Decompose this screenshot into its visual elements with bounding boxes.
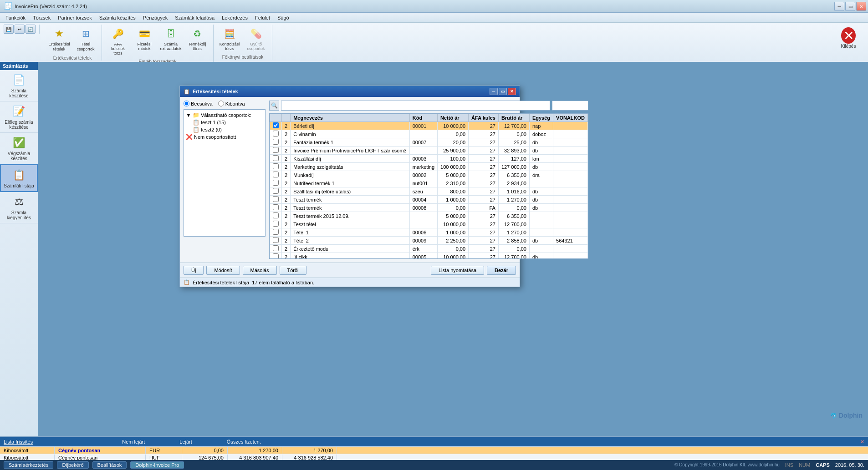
exit-button[interactable]: ✕ Kilépés	[836, 26, 861, 51]
modal-maximize[interactable]: ▭	[499, 88, 507, 95]
menu-torzsek[interactable]: Törzsek	[29, 14, 54, 21]
ribbon-fizetesi-button[interactable]: 💳 Fizetési módok	[132, 25, 157, 57]
modal-close[interactable]: ✕	[508, 88, 516, 95]
cell-brutto: 2 934,00	[498, 179, 529, 187]
app-title: InvoicePro (Verzió szám: 4.2.24)	[15, 4, 87, 9]
code-input[interactable]	[552, 101, 588, 111]
copy-button[interactable]: Másolás	[243, 266, 277, 275]
quick-save[interactable]: 💾	[4, 25, 14, 34]
modal-titlebar: 📋 Értékesítési tételek ─ ▭ ✕	[180, 86, 520, 97]
cell-kod: 00004	[409, 196, 437, 204]
table-row[interactable]: 2 Marketing szolgáltatás marketing 100 0…	[270, 163, 588, 171]
menu-szamla-keszites[interactable]: Számla készítés	[96, 14, 139, 21]
cell-megnevezes: Tétel 2	[291, 237, 410, 245]
search-button[interactable]: 🔍	[269, 101, 279, 111]
cell-afa: 27	[469, 130, 499, 138]
cell-afa: 27	[469, 245, 499, 253]
cell-egyseg: km	[529, 155, 553, 163]
ribbon-ertekesitesi-button[interactable]: ★ Értékesítési tételek	[47, 25, 71, 54]
cell-megnevezes: C-vinamin	[291, 130, 410, 138]
ribbon-afa-button[interactable]: 🔑 ÁFA kulcsok törzs	[106, 25, 130, 57]
lista-frissites[interactable]: Lista frissítés	[4, 439, 33, 445]
ribbon-gyujto-button[interactable]: 💊 Gyűjtő csoportok	[244, 25, 268, 53]
date-display: 2016. 05. 30.	[835, 462, 864, 468]
restore-button[interactable]: ▭	[845, 2, 855, 11]
table-row[interactable]: 2 Kiszállási díj 00003 100,00 27 127,00 …	[270, 155, 588, 163]
radio-kibontva[interactable]: Kibontva	[218, 101, 245, 106]
menu-felulet[interactable]: Felület	[251, 14, 274, 21]
tree-item-nem-csoportositott[interactable]: ❌ Nem csoportosított	[186, 133, 263, 141]
cell-afa: 27	[469, 237, 499, 245]
menu-funkciok[interactable]: Funkciók	[2, 14, 29, 21]
sidebar-vegszamla[interactable]: ✅ Végszámla készítés	[0, 133, 38, 164]
row1-lejart: 1 270,00	[228, 447, 282, 454]
sidebar-szamlak-listaja[interactable]: 📋 Számlák listája	[0, 164, 38, 192]
menu-penzugyek[interactable]: Pénzügyek	[139, 14, 171, 21]
cell-egyseg	[529, 220, 553, 228]
main-area: 📋 Értékesítési tételek ─ ▭ ✕ Becsukva	[38, 62, 868, 446]
print-button[interactable]: Lista nyomtatása	[431, 266, 484, 275]
cell-megnevezes: Teszt termék	[291, 204, 410, 212]
menu-szamlak-feladasa[interactable]: Számlák feladása	[171, 14, 218, 21]
menu-sugo[interactable]: Súgó	[274, 14, 293, 21]
table-row[interactable]: 2 Bérleti díj 00001 10 000,00 27 12 700,…	[270, 122, 588, 130]
table-row[interactable]: 2 Tétel 2 00009 2 250,00 27 2 858,00 db …	[270, 237, 588, 245]
table-row[interactable]: 2 Fantázia termék 1 00007 20,00 27 25,00…	[270, 138, 588, 147]
tree-root[interactable]: ▼ 📁 Választható csoportok:	[186, 111, 263, 119]
ribbon-tetelcsoportok-button[interactable]: ⊞ Tétel csoportok	[73, 25, 98, 54]
cell-afa: 27	[469, 147, 499, 155]
cell-kod: 00009	[409, 237, 437, 245]
szamla-keszites-icon: 📄	[12, 73, 26, 87]
cell-brutto: 25,00	[498, 138, 529, 147]
close-button[interactable]: Bezár	[487, 266, 516, 275]
radio-becsukva[interactable]: Becsukva	[184, 101, 213, 106]
cell-netto: 0,00	[438, 245, 469, 253]
modal-minimize[interactable]: ─	[490, 88, 498, 95]
cell-check	[270, 171, 282, 179]
ribbon-kontrolazi-button[interactable]: 🧮 Kontrolzási törzs	[217, 25, 242, 53]
cell-megnevezes: Kiszállási díj	[291, 155, 410, 163]
modal-status-icon: 📋	[184, 279, 190, 285]
tab-dijbekero[interactable]: Díjbekérő	[57, 461, 88, 469]
table-row[interactable]: 2 Invoice Prémium ProInvoicePro LIGHT sz…	[270, 147, 588, 155]
ribbon-termekdij-button[interactable]: ♻ Termékdíj törzs	[185, 25, 209, 57]
table-row[interactable]: 2 Érkeztető modul érk 0,00 27 0,00	[270, 245, 588, 253]
cell-egyseg: db	[529, 253, 553, 259]
cell-brutto: 12 700,00	[498, 220, 529, 228]
table-row[interactable]: 2 Teszt tétel 10 000,00 27 12 700,00	[270, 220, 588, 228]
table-row[interactable]: 2 Nutrifeed termék 1 nut001 2 310,00 27 …	[270, 179, 588, 187]
table-row[interactable]: 2 Tétel 1 00006 1 000,00 27 1 270,00	[270, 228, 588, 237]
menu-partner[interactable]: Partner törzsek	[54, 14, 96, 21]
sidebar-eloleg-szamla[interactable]: 📝 Előleg számla készítése	[0, 101, 38, 133]
tab-dolphin-invoice[interactable]: Dolphin-Invoice Pro	[130, 461, 184, 469]
table-row[interactable]: 2 Teszt termék 00008 0,00 FA 0,00 db	[270, 204, 588, 212]
close-statusbar[interactable]: ✕	[860, 439, 864, 445]
tab-szamlaerkeztetes[interactable]: Számlaérkeztetés	[4, 461, 53, 469]
search-input[interactable]	[281, 101, 550, 111]
table-row[interactable]: 2 Munkadíj 00002 5 000,00 27 6 350,00 ór…	[270, 171, 588, 179]
delete-button[interactable]: Töröl	[280, 266, 306, 275]
sidebar-szamla-kiegyenlites[interactable]: ⚖ Számla kiegyenlítés	[0, 192, 38, 223]
tree-item-teszt2[interactable]: 📋 teszt2 (0)	[186, 126, 263, 133]
new-button[interactable]: Új	[184, 266, 204, 275]
table-row[interactable]: 2 Teszt termék 00004 1 000,00 27 1 270,0…	[270, 196, 588, 204]
quick-redo[interactable]: 🔄	[26, 25, 36, 34]
cell-afa: 27	[469, 212, 499, 220]
menu-lekerdezas[interactable]: Lekérdezés	[218, 14, 251, 21]
close-button[interactable]: ✕	[856, 2, 866, 11]
sidebar-szamla-keszites[interactable]: 📄 Számla készítése	[0, 70, 38, 101]
modify-button[interactable]: Módosít	[206, 266, 240, 275]
cell-netto: 1 000,00	[438, 228, 469, 237]
quick-undo[interactable]: ↩	[15, 25, 25, 34]
table-row[interactable]: 2 Teszt termék 2015.12.09. 5 000,00 27 6…	[270, 212, 588, 220]
ribbon-szamla-extra-button[interactable]: 🗄 Számla extraadatok	[158, 25, 183, 57]
table-row[interactable]: 2 Szállítási díj (előre utalás) szeu 800…	[270, 187, 588, 196]
tab-beallitasok[interactable]: Beállítások	[92, 461, 127, 469]
cell-vonalkod	[553, 130, 588, 138]
modal-title-text: Értékesítési tételek	[193, 89, 238, 94]
tree-item-teszt1[interactable]: 📋 teszt 1 (15)	[186, 119, 263, 126]
cell-egyseg	[529, 228, 553, 237]
table-row[interactable]: 2 C-vinamin 0,00 27 0,00 doboz	[270, 130, 588, 138]
minimize-button[interactable]: ─	[834, 2, 844, 11]
table-row[interactable]: 2 új cikk 00005 10 000,00 27 12 700,00 d…	[270, 253, 588, 259]
